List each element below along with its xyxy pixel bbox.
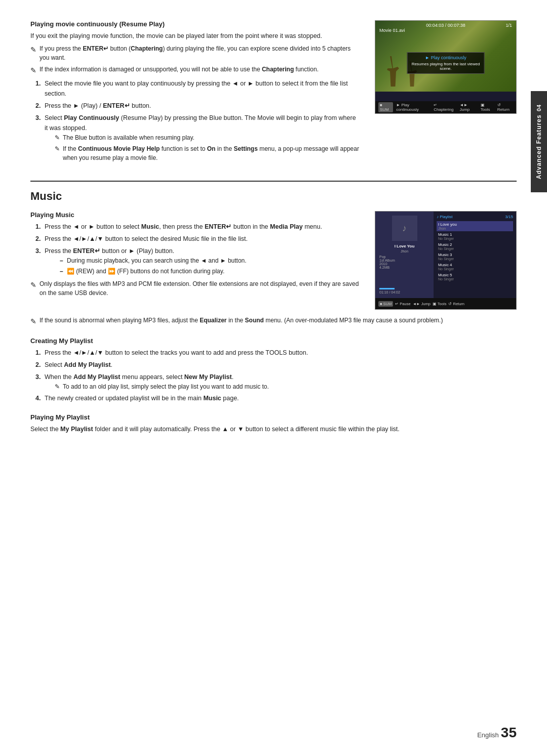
- playing-playlist-title: Playing My Playlist: [30, 413, 517, 421]
- music-tools-label: ▣ Tools: [433, 302, 446, 306]
- resume-step3-note1: ✎ The Blue button is available when resu…: [55, 133, 360, 142]
- music-player-area: ♪ I Love You Jhon Pop 1st Album 2010 4.2…: [375, 212, 516, 298]
- music-step3-subnotes: During music playback, you can search us…: [60, 256, 360, 276]
- resume-note-1: ✎ If you press the ENTER↵ button (Chapte…: [30, 44, 360, 62]
- music-divider: [30, 181, 517, 182]
- sound-note: ✎ If the sound is abnormal when playing …: [30, 316, 517, 327]
- creating-playlist-steps: Press the ◄/►/▲/▼ button to select the t…: [35, 348, 517, 403]
- playlist-item-4: Music 3 No Singer: [437, 251, 513, 262]
- playing-music-title: Playing Music: [30, 211, 360, 219]
- music-meta: Pop 1st Album 2010 4.2MB: [379, 255, 429, 269]
- note-icon-1: ✎: [30, 45, 36, 55]
- music-dash-2: ⏪ (REW) and ⏩ (FF) buttons do not functi…: [60, 267, 360, 276]
- resume-play-section: Playing movie continuously (Resume Play)…: [30, 20, 517, 165]
- music-bottom-bar: ■ SUM ↵ Pause ◄► Jump ▣ Tools ↺ Return: [375, 298, 516, 309]
- page-container: Advanced Features 04 Playing movie conti…: [0, 0, 547, 756]
- playlist-item-2-sub: No Singer: [438, 237, 512, 240]
- playlist-item-6-title: Music 5: [438, 273, 512, 277]
- music-note-icon: ✎: [30, 280, 36, 290]
- playlist-item-6: Music 5 No Singer: [437, 272, 513, 282]
- playlist-item-1-title: I Love you: [438, 222, 512, 227]
- playlist-item-4-sub: No Singer: [438, 257, 512, 261]
- jump-label: ◄► Jump: [460, 103, 478, 112]
- popup-text: Resumes playing from the last viewedscen…: [412, 62, 480, 71]
- playing-playlist-section: Playing My Playlist Select the My Playli…: [30, 413, 517, 434]
- movie-bottom-bar: ■ SUM ► Play continuously ↵ Chaptering ◄…: [375, 101, 516, 113]
- resume-steps: Select the movie file you want to play c…: [35, 78, 360, 162]
- playlist-item-5-sub: No Singer: [438, 267, 512, 271]
- movie-time: 00:04:03 / 00:07:38: [426, 23, 465, 28]
- playlist-item-5-title: Music 4: [438, 263, 512, 267]
- playlist-item-2-title: Music 1: [438, 232, 512, 237]
- music-step-3: Press the ENTER↵ button or ► (Play) butt…: [35, 246, 360, 276]
- playlist-item-3: Music 2 No Singer: [437, 241, 513, 251]
- creating-sub-note-icon: ✎: [55, 382, 60, 391]
- album: 1st Album: [379, 259, 429, 262]
- progress-time: 01:10 / 04:02: [379, 290, 400, 294]
- chapter-number: 04: [536, 104, 542, 111]
- movie-popup: ► Play continuously Resumes playing from…: [407, 52, 485, 74]
- music-steps: Press the ◄ or ► button to select Music,…: [35, 222, 360, 276]
- footer-page-number: 35: [501, 725, 517, 741]
- music-left-panel: ♪ I Love You Jhon Pop 1st Album 2010 4.2…: [375, 212, 434, 298]
- music-text: Playing Music Press the ◄ or ► button to…: [30, 211, 360, 310]
- resume-step-3: Select Play Continuously (Resume Play) b…: [35, 113, 360, 162]
- creating-step-4: The newly created or updated playlist wi…: [35, 393, 517, 403]
- year: 2010: [379, 262, 429, 266]
- creating-playlist-section: Creating My Playlist Press the ◄/►/▲/▼ b…: [30, 337, 517, 403]
- playlist-item-1: I Love you Jhon: [437, 221, 513, 231]
- footer-language: English: [477, 731, 499, 739]
- resume-play-text: Playing movie continuously (Resume Play)…: [30, 20, 360, 165]
- music-screenshot: ♪ I Love You Jhon Pop 1st Album 2010 4.2…: [375, 211, 517, 310]
- music-inner: ♪ I Love You Jhon Pop 1st Album 2010 4.2…: [375, 212, 516, 309]
- music-step-1: Press the ◄ or ► button to select Music,…: [35, 222, 360, 232]
- movie-frame: 00:04:03 / 00:07:38 Movie 01.avi 1/1 ► P…: [375, 21, 516, 92]
- playlist-item-1-sub: Jhon: [438, 227, 512, 230]
- music-step-2: Press the ◄/►/▲/▼ button to select the d…: [35, 234, 360, 244]
- return-label: ↺ Return: [497, 103, 513, 112]
- note-icon-2: ✎: [30, 65, 36, 76]
- page-footer: English 35: [477, 725, 517, 741]
- resume-step-2: Press the ► (Play) / ENTER↵ button.: [35, 101, 360, 111]
- chapter-tab: Advanced Features 04: [531, 91, 547, 192]
- music-dash-1: During music playback, you can search us…: [60, 256, 360, 266]
- music-return-label: ↺ Return: [448, 302, 464, 306]
- music-jump-label: ◄► Jump: [413, 302, 431, 306]
- music-progress: 01:10 / 04:02: [379, 288, 429, 294]
- sound-note-icon: ✎: [30, 316, 36, 327]
- resume-note-1-text: If you press the ENTER↵ button (Chapteri…: [40, 44, 360, 62]
- progress-bar: [379, 288, 395, 289]
- music-right-panel: ♪ Playlist 3/15 I Love you Jhon Music 1 …: [434, 212, 516, 298]
- creating-playlist-title: Creating My Playlist: [30, 337, 517, 345]
- playlist-item-4-title: Music 3: [438, 253, 512, 257]
- creating-step-2: Select Add My Playlist.: [35, 360, 517, 370]
- sound-note-text: If the sound is abnormal when playing MP…: [40, 316, 443, 325]
- music-sum-btn: ■ SUM: [378, 301, 393, 307]
- playlist-header: ♪ Playlist 3/15: [437, 215, 513, 219]
- sub-note-icon-2: ✎: [55, 144, 60, 153]
- music-note-text: Only displays the files with MP3 and PCM…: [40, 279, 360, 298]
- resume-play-intro: If you exit the playing movie function, …: [30, 31, 360, 41]
- music-note: ✎ Only displays the files with MP3 and P…: [30, 279, 360, 298]
- playlist-page: 3/15: [505, 215, 513, 219]
- genre: Pop: [379, 255, 429, 259]
- resume-step-1: Select the movie file you want to play c…: [35, 78, 360, 99]
- album-art: ♪: [392, 216, 417, 241]
- music-content: Playing Music Press the ◄ or ► button to…: [30, 211, 517, 310]
- playlist-item-5: Music 4 No Singer: [437, 262, 513, 272]
- movie-filename: Movie 01.avi: [379, 28, 405, 33]
- movie-screenshot: 00:04:03 / 00:07:38 Movie 01.avi 1/1 ► P…: [375, 20, 517, 114]
- chaptering-label: ↵ Chaptering: [434, 103, 456, 112]
- sum-btn: ■ SUM: [378, 102, 393, 112]
- giraffe-shape-1: [385, 56, 401, 87]
- music-title: Music: [30, 190, 517, 203]
- creating-step3-note: ✎ To add to an old play list, simply sel…: [55, 382, 517, 391]
- size: 4.2MB: [379, 266, 429, 269]
- song-title: I Love You: [379, 244, 429, 248]
- creating-step-3: When the Add My Playlist menu appears, s…: [35, 372, 517, 391]
- song-artist: Jhon: [379, 249, 429, 253]
- playlist-item-3-title: Music 2: [438, 242, 512, 247]
- play-continuously-label: ► Play continuously: [396, 103, 431, 112]
- playlist-item-2: Music 1 No Singer: [437, 231, 513, 241]
- resume-note-2: ✎ If the index information is damaged or…: [30, 65, 360, 76]
